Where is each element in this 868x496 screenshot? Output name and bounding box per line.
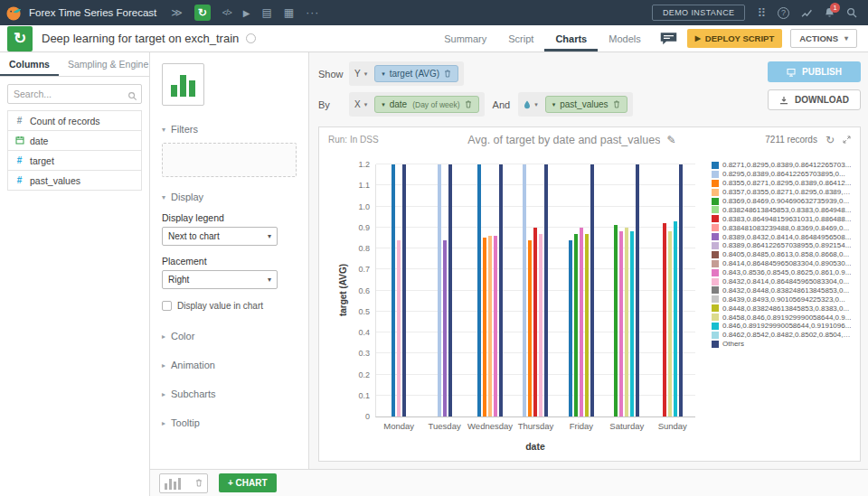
flow-icon[interactable]: ≫ bbox=[171, 6, 183, 19]
calendar-icon bbox=[14, 136, 24, 146]
active-recipe-icon[interactable]: ↻ bbox=[194, 5, 211, 21]
recipe-icon[interactable]: ↻ bbox=[7, 26, 33, 51]
section-color[interactable]: ▸ Color bbox=[162, 331, 297, 342]
dashboard-icon[interactable]: ▦ bbox=[284, 6, 294, 19]
legend-item[interactable]: 0.8405,0.8485,0.8613,0.858,0.8668,0... bbox=[712, 250, 853, 259]
placement-select[interactable]: Right ▾ bbox=[162, 270, 278, 289]
tab-script[interactable]: Script bbox=[497, 25, 544, 51]
legend-item[interactable]: 0.8432,0.8448,0.838248613845853,0... bbox=[712, 285, 853, 295]
apps-grid-icon[interactable]: ⠿ bbox=[757, 6, 766, 20]
legend-item[interactable]: Others bbox=[712, 340, 853, 349]
bar bbox=[619, 231, 623, 416]
section-animation[interactable]: ▸ Animation bbox=[162, 360, 297, 370]
token-date[interactable]: ▾ date (Day of week) bbox=[374, 96, 478, 113]
legend-item[interactable]: 0.8357,0.8355,0.8271,0.8295,0.8389,0... bbox=[712, 188, 853, 197]
more-menu-icon[interactable]: ··· bbox=[306, 6, 319, 19]
section-tooltip[interactable]: ▸ Tooltip bbox=[162, 417, 297, 428]
deploy-script-button[interactable]: ▶ DEPLOY SCRIPT bbox=[687, 29, 783, 48]
bar bbox=[523, 164, 526, 416]
column-past-values[interactable]: # past_values bbox=[8, 171, 141, 191]
section-filters[interactable]: ▾ Filters bbox=[162, 124, 297, 135]
search-input[interactable] bbox=[7, 84, 142, 104]
search-icon[interactable] bbox=[846, 7, 857, 18]
legend-item[interactable]: 0.8389,0.8432,0.8414,0.86484956508... bbox=[712, 232, 853, 241]
column-date[interactable]: date bbox=[8, 131, 141, 151]
chart-type-selector[interactable] bbox=[162, 63, 204, 106]
expand-icon[interactable] bbox=[843, 136, 851, 144]
tab-models[interactable]: Models bbox=[598, 25, 651, 51]
legend-item[interactable]: 0.8414,0.864845965083304,0.890530... bbox=[712, 259, 853, 268]
section-subcharts[interactable]: ▸ Subcharts bbox=[162, 388, 297, 399]
y-axis-dropdown[interactable]: Y ▾ bbox=[354, 69, 367, 79]
filters-drop-zone[interactable] bbox=[162, 143, 297, 177]
y-axis-title: target (AVG) bbox=[338, 264, 348, 316]
help-icon[interactable]: ? bbox=[778, 7, 789, 19]
trend-icon[interactable] bbox=[801, 8, 813, 18]
code-icon[interactable]: </> bbox=[222, 8, 231, 17]
bar bbox=[585, 234, 589, 416]
legend-label: Others bbox=[722, 340, 744, 348]
legend-item[interactable]: 0.8448,0.838248613845853,0.8383,0... bbox=[712, 304, 853, 313]
top-nav: Forex Time Series Forecast ≫ ↻ </> ▶ ▤ ▦… bbox=[0, 0, 868, 25]
display-value-checkbox[interactable] bbox=[162, 301, 172, 311]
actions-button[interactable]: ACTIONS ▾ bbox=[790, 29, 857, 48]
section-display[interactable]: ▾ Display bbox=[162, 192, 297, 202]
legend-item[interactable]: 0.8432,0.8414,0.864845965083304,0... bbox=[712, 277, 853, 286]
legend-swatch bbox=[712, 323, 719, 330]
trash-icon[interactable] bbox=[465, 100, 472, 108]
token-sublabel: (Day of week) bbox=[412, 100, 459, 109]
x-axis-dropdown[interactable]: X ▾ bbox=[354, 99, 367, 109]
refresh-icon[interactable]: ↻ bbox=[826, 134, 835, 146]
legend-item[interactable]: 0.8439,0.8493,0.90105694225323,0... bbox=[712, 295, 853, 304]
dataiku-logo[interactable] bbox=[0, 0, 27, 25]
trash-icon[interactable] bbox=[444, 70, 451, 78]
legend-swatch bbox=[712, 304, 719, 312]
legend-item[interactable]: 0.8458,0.846,0.891929990058644,0.9... bbox=[712, 313, 853, 322]
token-target-avg[interactable]: ▾ target (AVG) bbox=[374, 65, 458, 82]
notifications-bell-icon[interactable]: 1 bbox=[825, 7, 835, 18]
legend-item[interactable]: 0.838248613845853,0.8383,0.864948... bbox=[712, 205, 853, 214]
demo-instance-badge[interactable]: DEMO INSTANCE bbox=[652, 5, 746, 21]
column-target[interactable]: # target bbox=[8, 151, 141, 171]
color-dimension-dropdown[interactable]: ▾ bbox=[524, 100, 538, 109]
publish-button[interactable]: PUBLISH bbox=[768, 61, 861, 82]
trash-icon[interactable] bbox=[195, 479, 203, 487]
tab-summary[interactable]: Summary bbox=[433, 25, 497, 51]
legend-item[interactable]: 0.843,0.8536,0.8545,0.8625,0.861,0.9... bbox=[712, 268, 853, 277]
legend-item[interactable]: 0.8355,0.8271,0.8295,0.8389,0.86412... bbox=[712, 179, 853, 188]
chart-thumbnail[interactable] bbox=[159, 473, 208, 493]
tab-charts[interactable]: Charts bbox=[544, 25, 598, 51]
column-count-of-records[interactable]: # Count of records bbox=[8, 111, 141, 131]
x-axis-tick-label: Thursday bbox=[513, 421, 558, 431]
add-chart-button[interactable]: + CHART bbox=[219, 473, 277, 492]
token-past-values[interactable]: ▾ past_values bbox=[545, 96, 627, 113]
legend-item[interactable]: 0.846,0.891929990058644,0.9191096... bbox=[712, 322, 853, 331]
legend-item[interactable]: 0.8389,0.864122657038955,0.892154... bbox=[712, 241, 853, 250]
legend-item[interactable]: 0.8462,0.8542,0.8482,0.8502,0.8504,0... bbox=[712, 331, 853, 340]
chevron-down-icon: ▾ bbox=[162, 193, 165, 201]
chevron-down-icon: ▾ bbox=[552, 101, 556, 108]
trash-icon[interactable] bbox=[613, 100, 620, 108]
legend-label: 0.8389,0.864122657038955,0.892154... bbox=[722, 241, 851, 249]
legend-item[interactable]: 0.838481083239488,0.8369,0.8469,0... bbox=[712, 223, 853, 232]
edit-title-icon[interactable]: ✎ bbox=[666, 134, 675, 146]
tab-sampling-engine[interactable]: Sampling & Engine bbox=[59, 52, 157, 76]
chevron-right-icon: ▸ bbox=[162, 419, 165, 427]
legend-item[interactable]: 0.8383,0.864948159631031,0.886488... bbox=[712, 214, 853, 223]
bar bbox=[443, 240, 447, 416]
y-axis-tick-label: 1.0 bbox=[358, 202, 370, 211]
project-name[interactable]: Forex Time Series Forecast bbox=[29, 7, 156, 18]
y-axis-tick-label: 1.2 bbox=[358, 160, 370, 169]
play-icon[interactable]: ▶ bbox=[243, 8, 250, 18]
chevron-down-icon: ▾ bbox=[364, 70, 368, 78]
comments-icon[interactable] bbox=[659, 32, 678, 45]
legend-label: 0.8295,0.8389,0.86412265703895,0... bbox=[722, 170, 845, 178]
tab-columns[interactable]: Columns bbox=[0, 52, 59, 76]
download-button[interactable]: DOWNLOAD bbox=[768, 89, 861, 110]
jobs-icon[interactable]: ▤ bbox=[262, 6, 272, 19]
plot-area: 1.21.11.00.90.80.70.60.50.40.30.20.10Mon… bbox=[375, 164, 695, 417]
legend-item[interactable]: 0.8271,0.8295,0.8389,0.86412265703... bbox=[712, 161, 853, 170]
legend-item[interactable]: 0.8369,0.8469,0.904690632735939,0... bbox=[712, 197, 853, 206]
legend-item[interactable]: 0.8295,0.8389,0.86412265703895,0... bbox=[712, 170, 853, 179]
display-legend-select[interactable]: Next to chart ▾ bbox=[162, 227, 278, 246]
